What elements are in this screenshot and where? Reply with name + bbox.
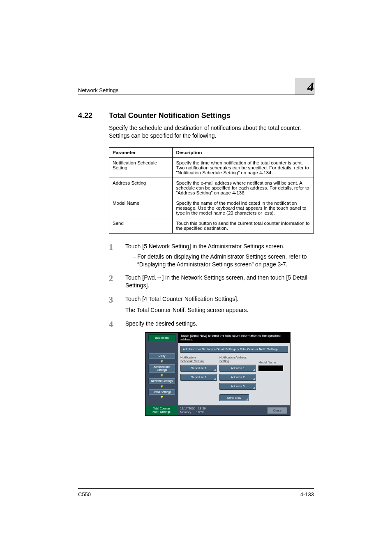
page-footer: C550 4-133	[78, 488, 314, 497]
parameter-table: Parameter Description Notification Sched…	[109, 147, 314, 234]
step-number: 1	[109, 243, 125, 268]
step-number: 4	[109, 320, 125, 329]
step-4: 4 Specify the desired settings.	[109, 320, 314, 329]
chevron-down-icon: ▼	[160, 374, 164, 377]
table-row: SendTouch this button to send the curren…	[109, 218, 314, 233]
heading-title: Total Counter Notification Settings	[109, 111, 314, 120]
sidebar: Bookmark Utility ▼ Administrator Setting…	[145, 333, 178, 405]
dash-icon: –	[133, 253, 137, 268]
sidebar-item-network-settings[interactable]: Network Settings	[148, 378, 175, 384]
step-text: Touch [5 Network Setting] in the Adminis…	[125, 243, 314, 250]
status-memory-label: Memory	[180, 410, 191, 414]
help-bar: Touch [Send Now] to send the total count…	[178, 333, 290, 343]
schedule-1-button[interactable]: Schedule 1	[180, 365, 217, 372]
desc-cell: Specify the time when notification of th…	[173, 157, 314, 178]
step-subitem: – For details on displaying the Administ…	[133, 253, 314, 268]
param-cell: Send	[109, 218, 173, 233]
desc-cell: Specify the e-mail address where notific…	[173, 178, 314, 198]
param-cell: Address Setting	[109, 178, 173, 198]
desc-cell: Specify the name of the model indicated …	[173, 198, 314, 218]
column-header-schedule: NotificationSchedule Setting	[180, 356, 217, 363]
close-button[interactable]: Close	[267, 407, 288, 414]
desc-cell: Touch this button to send the current to…	[173, 218, 314, 233]
chapter-number-wrap: 4	[307, 80, 314, 93]
bookmark-button[interactable]: Bookmark	[148, 334, 175, 341]
chevron-down-icon: ▼	[160, 360, 164, 363]
step-3: 3 Touch [4 Total Counter Notification Se…	[109, 295, 314, 314]
sidebar-item-detail-settings[interactable]: Detail Settings	[148, 389, 175, 395]
step-text: Touch [4 Total Counter Notification Sett…	[125, 295, 314, 303]
step-number: 2	[109, 274, 125, 289]
address-1-button[interactable]: Address 1	[219, 365, 256, 372]
step-text: Specify the desired settings.	[125, 320, 314, 329]
step-2: 2 Touch [Fwd.→] in the Network Settings …	[109, 274, 314, 289]
status-date: 11/17/2006	[180, 407, 196, 410]
touch-panel-screenshot: Bookmark Utility ▼ Administrator Setting…	[145, 332, 291, 416]
address-2-button[interactable]: Address 2	[219, 374, 256, 381]
intro-paragraph: Specify the schedule and destination of …	[109, 124, 314, 140]
status-memory-value: 100%	[196, 410, 204, 414]
step-subtext: For details on displaying the Administra…	[137, 253, 314, 268]
section-label: Network Settings	[78, 87, 118, 93]
step-1: 1 Touch [5 Network Setting] in the Admin…	[109, 243, 314, 268]
sidebar-item-utility[interactable]: Utility	[148, 353, 175, 359]
footer-right: 4-133	[300, 491, 314, 497]
table-head-description: Description	[173, 147, 314, 157]
table-row: Model NameSpecify the name of the model …	[109, 198, 314, 218]
column-header-address: Notification AddressSetting	[219, 356, 256, 363]
model-name-label: Model Name	[258, 361, 288, 364]
running-header: Network Settings 4	[78, 80, 314, 95]
chapter-number: 4	[307, 80, 314, 93]
table-head-parameter: Parameter	[109, 147, 173, 157]
param-cell: Notification Schedule Setting	[109, 157, 173, 178]
sidebar-current-screen: Total Counter Notif. Settings	[145, 405, 178, 415]
chevron-down-icon: ▼	[160, 385, 164, 388]
table-row: Address SettingSpecify the e-mail addres…	[109, 178, 314, 198]
address-3-button[interactable]: Address 3	[219, 383, 256, 390]
send-now-button[interactable]: Send Now	[219, 394, 249, 401]
model-name-field[interactable]	[258, 365, 283, 371]
footer-left: C550	[78, 491, 91, 497]
arrow-icon: →	[156, 274, 162, 281]
step-number: 3	[109, 295, 125, 314]
step-result: The Total Counter Notif. Setting screen …	[125, 306, 314, 314]
status-bar: 11/17/2006 18:39 Memory 100%	[180, 407, 206, 414]
breadcrumb: Administrator Settings > Detail Settings…	[180, 346, 288, 353]
heading-number: 4.22	[78, 111, 109, 416]
schedule-2-button[interactable]: Schedule 2	[180, 374, 217, 381]
param-cell: Model Name	[109, 198, 173, 218]
step-text-a: Touch [Fwd.	[125, 274, 156, 281]
table-row: Notification Schedule SettingSpecify the…	[109, 157, 314, 178]
sidebar-item-admin-settings[interactable]: Administrator Settings	[148, 364, 175, 373]
chevron-down-icon: ▼	[160, 395, 164, 399]
status-time: 18:39	[198, 407, 206, 410]
